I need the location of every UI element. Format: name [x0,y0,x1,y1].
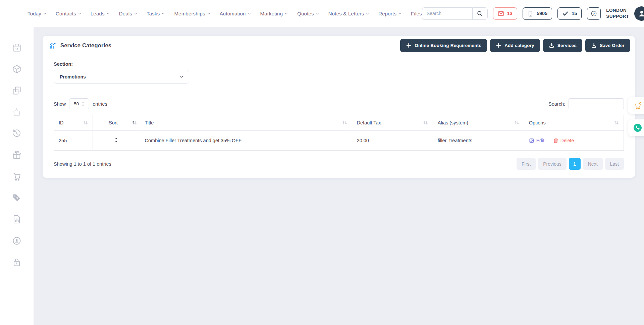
sidebar-item-support[interactable] [12,236,21,246]
table-search-input[interactable] [569,98,624,109]
gift-icon [12,150,21,160]
support-icon [12,236,21,246]
cell-default-tax: 20.00 [352,131,433,151]
sidebar-item-security[interactable] [12,258,21,267]
messages-badge[interactable]: 13 [493,7,517,20]
chevron-down-icon [161,12,165,15]
show-entries: Show 50 entries [54,98,107,109]
sidebar-item-history[interactable] [12,129,21,138]
chevron-down-icon [316,12,319,15]
list-controls: Show 50 entries Search: [54,98,624,109]
pagination-previous[interactable]: Previous [538,158,566,170]
tasks-badge[interactable]: 15 [557,7,582,20]
mobile-icon [527,10,534,17]
page-length-select[interactable]: 50 [69,98,89,109]
nav-label: Automation [220,11,246,16]
categories-table: ID Sort [54,115,624,151]
nav-item-quotes[interactable]: Quotes [297,11,319,16]
sidebar-item-reports[interactable] [12,215,21,224]
phone-count: 5905 [537,11,547,16]
sidebar-item-calendar[interactable]: 12 [12,43,21,52]
sidebar-item-pricing[interactable]: $ [12,193,21,203]
help-icon: ? [591,10,597,17]
column-header-default-tax[interactable]: Default Tax [352,115,433,131]
nav-item-contacts[interactable]: Contacts [56,11,82,16]
column-header-id[interactable]: ID [54,115,93,131]
cart-floating-button[interactable] [628,97,644,114]
nav-item-reports[interactable]: Reports [378,11,402,16]
nav-item-files[interactable]: Files [411,11,422,16]
updown-icon [82,102,85,106]
card-body: Section: Promotions Show 50 entries [43,61,635,170]
sidebar-item-orders[interactable] [12,107,21,117]
sort-arrows-icon [614,120,619,125]
report-icon [12,215,21,224]
nav-item-deals[interactable]: Deals [119,11,138,16]
delete-link[interactable]: Delete [553,138,574,143]
cell-alias: filler_treatments [433,131,524,151]
edit-icon [529,138,534,143]
svg-text:$: $ [16,197,18,200]
updown-icon [114,138,118,143]
page-title: Service Categories [60,42,111,49]
save-order-button[interactable]: Save Order [585,39,630,52]
global-search-input[interactable] [422,7,472,20]
entries-summary: Showing 1 to 1 of 1 entries [54,161,111,167]
user-icon [638,9,644,17]
section-select[interactable]: Promotions [54,70,189,84]
nav-label: Tasks [147,11,160,16]
user-name: LONDON SUPPORT [606,7,629,19]
nav-item-marketing[interactable]: Marketing [260,11,288,16]
sidebar-item-products[interactable] [12,64,21,74]
chevron-down-icon [106,12,110,15]
column-header-title[interactable]: Title [140,115,352,131]
nav-item-tasks[interactable]: Tasks [147,11,165,16]
pagination-page-1[interactable]: 1 [569,158,581,170]
nav-item-notes-letters[interactable]: Notes & Letters [328,11,369,16]
cell-sort [93,131,140,151]
sidebar-item-duplicates[interactable] [12,86,21,95]
services-button[interactable]: Services [543,39,582,52]
drag-handle[interactable] [114,138,118,144]
pagination-last[interactable]: Last [605,158,624,170]
search-button[interactable] [472,7,488,20]
phone-badge[interactable]: 5905 [523,7,552,20]
column-header-alias[interactable]: Alias (system) [433,115,524,131]
svg-text:?: ? [593,12,595,15]
envelope-icon [498,10,504,17]
search-icon [477,10,483,17]
nav-item-automation[interactable]: Automation [220,11,251,16]
online-booking-requirements-button[interactable]: Online Booking Requirements [400,39,487,52]
topbar: Today Contacts Leads Deals Tasks Members… [0,0,644,27]
nav-item-memberships[interactable]: Memberships [174,11,210,16]
column-header-sort[interactable]: Sort [93,115,140,131]
pagination-next[interactable]: Next [583,158,603,170]
add-category-button[interactable]: Add category [490,39,540,52]
price-tag-icon: $ [12,193,21,203]
chevron-down-icon [284,12,288,15]
edit-link[interactable]: Edit [529,138,544,143]
sidebar: 12 [0,27,34,325]
chart-icon [49,42,56,49]
cart-icon [12,172,21,181]
copy-icon [12,86,21,95]
package-icon [12,64,21,74]
main-content: Service Categories Online Booking Requir… [34,27,644,325]
sidebar-item-cart[interactable] [12,172,21,181]
whatsapp-floating-button[interactable] [628,119,644,136]
column-header-options[interactable]: Options [524,115,624,131]
sidebar-item-gifts[interactable] [12,150,21,160]
nav-item-today[interactable]: Today [28,11,47,16]
cell-title: Combine Filler Treatments and get 35% OF… [140,131,352,151]
tasks-count: 15 [572,11,577,16]
pagination-first[interactable]: First [517,158,536,170]
help-button[interactable]: ? [587,7,601,20]
plus-icon [496,43,501,48]
bag-icon [12,107,21,117]
avatar[interactable] [634,6,644,21]
global-search [422,7,488,20]
chevron-down-icon [366,12,369,15]
table-header-row: ID Sort [54,115,624,131]
nav-item-leads[interactable]: Leads [91,11,110,16]
whatsapp-phone-icon [633,123,643,133]
